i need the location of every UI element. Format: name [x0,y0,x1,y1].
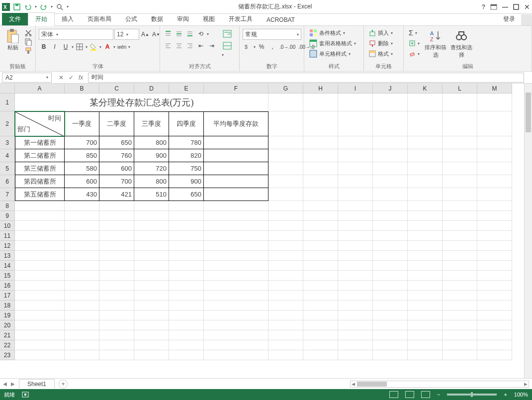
cell[interactable] [303,221,338,231]
sheet-tab[interactable]: Sheet1 [19,379,55,389]
cell[interactable] [169,261,204,271]
cell[interactable]: 四季度 [169,111,204,136]
cell[interactable] [15,291,65,300]
cell[interactable] [169,281,204,291]
cell[interactable] [408,231,443,241]
cell[interactable] [338,261,373,271]
fill-button[interactable]: ▾ [407,38,422,48]
zoom-level[interactable]: 100% [514,392,528,398]
cell[interactable] [373,281,408,291]
cell[interactable] [373,350,408,360]
cell[interactable] [99,271,134,281]
cell[interactable] [169,241,204,251]
cell[interactable] [443,330,477,340]
align-middle-button[interactable] [174,29,184,39]
cell[interactable] [477,188,512,201]
cell[interactable]: 平均每季度存款 [204,111,268,136]
scroll-thumb[interactable] [357,382,387,387]
cell[interactable] [408,175,443,188]
dropdown-icon[interactable]: ▾ [51,4,53,9]
cell[interactable] [443,320,477,330]
cell[interactable] [303,136,338,149]
cell[interactable]: 600 [65,175,99,188]
cell[interactable] [373,291,408,300]
cell[interactable] [408,201,443,211]
cell[interactable] [477,261,512,271]
ribbon-tab-4[interactable]: 数据 [144,13,170,25]
cell[interactable] [477,175,512,188]
cell[interactable] [303,340,338,350]
cell[interactable] [477,320,512,330]
copy-icon[interactable] [24,38,32,46]
cell[interactable]: 900 [169,175,204,188]
cell[interactable] [373,320,408,330]
cell[interactable] [477,241,512,251]
indent-inc-button[interactable]: ⇥ [207,41,217,51]
cell[interactable] [169,350,204,360]
cell[interactable] [338,251,373,261]
inc-decimal-button[interactable]: .0→.00 [278,42,296,52]
cell[interactable] [338,231,373,241]
cell[interactable] [408,251,443,261]
cell[interactable] [204,291,268,300]
cell[interactable] [65,221,99,231]
font-name-select[interactable]: 宋体▾ [39,29,113,40]
cell[interactable]: 第三储蓄所 [15,162,65,175]
cell[interactable] [303,188,338,201]
cell[interactable] [373,162,408,175]
cell[interactable] [65,261,99,271]
col-header[interactable]: F [204,84,268,94]
cell[interactable] [338,221,373,231]
page-break-button[interactable] [421,391,430,398]
cell[interactable] [15,231,65,241]
row-header[interactable]: 6 [0,175,15,188]
cell[interactable] [303,271,338,281]
cell[interactable] [408,310,443,320]
row-header[interactable]: 23 [0,350,15,360]
cell[interactable] [15,340,65,350]
cell[interactable] [477,310,512,320]
cell[interactable] [373,94,408,111]
cell[interactable] [443,261,477,271]
percent-button[interactable]: % [257,42,266,52]
cell[interactable] [134,300,169,310]
cell[interactable] [338,149,373,162]
cell[interactable] [408,271,443,281]
ribbon-tab-5[interactable]: 审阅 [170,13,196,25]
col-header[interactable]: M [477,84,512,94]
cell[interactable] [204,330,268,340]
cell[interactable] [204,221,268,231]
col-header[interactable]: J [373,84,408,94]
cell[interactable] [134,241,169,251]
column-headers[interactable]: ABCDEFGHIJKLM [15,84,512,94]
cell[interactable] [65,300,99,310]
cell[interactable]: 820 [169,149,204,162]
cell[interactable] [134,330,169,340]
cell[interactable] [134,251,169,261]
cell[interactable] [477,162,512,175]
ribbon-options-icon[interactable] [490,4,497,10]
login-link[interactable]: 登录 [499,13,519,25]
cell[interactable] [204,251,268,261]
row-header[interactable]: 7 [0,188,15,201]
cell[interactable]: 三季度 [134,111,169,136]
cell[interactable] [15,330,65,340]
cell[interactable] [477,300,512,310]
ribbon-tab-2[interactable]: 页面布局 [81,13,118,25]
cell[interactable]: 750 [169,162,204,175]
ribbon-tab-7[interactable]: 开发工具 [222,13,260,25]
cell[interactable] [65,201,99,211]
cell[interactable] [477,211,512,221]
row-header[interactable]: 8 [0,201,15,211]
horizontal-scrollbar[interactable]: ◀▶ [350,381,529,388]
ribbon-tab-3[interactable]: 公式 [118,13,144,25]
cell[interactable]: 510 [134,188,169,201]
cell[interactable]: 760 [99,149,134,162]
cell[interactable] [408,241,443,251]
zoom-out-button[interactable]: − [437,392,440,398]
row-header[interactable]: 11 [0,231,15,241]
cell[interactable] [15,241,65,251]
cell[interactable]: 800 [134,136,169,149]
row-header[interactable]: 14 [0,261,15,271]
font-color-button[interactable]: A [102,42,112,52]
